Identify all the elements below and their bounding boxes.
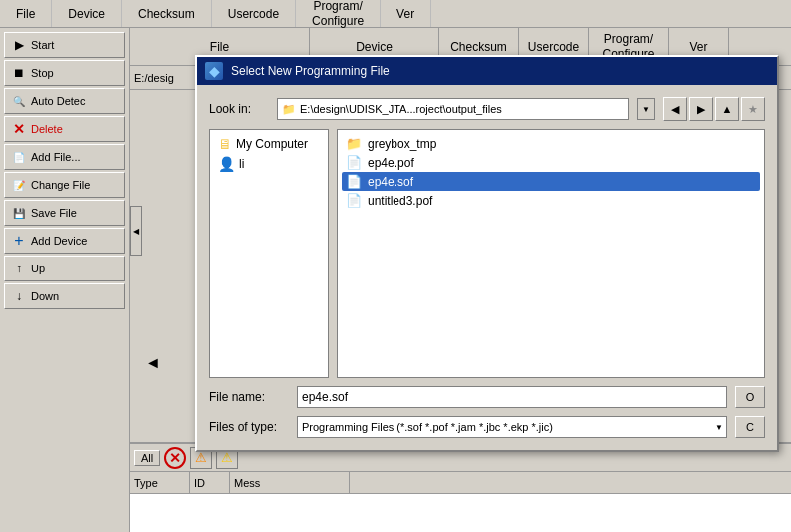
file-item-greybox[interactable]: 📁 greybox_tmp (342, 134, 760, 153)
file-ep4esof-icon: 📄 (346, 174, 362, 189)
computer-icon: 🖥 (218, 136, 232, 152)
select-file-dialog: ◆ Select New Programming File Look in: 📁… (195, 55, 779, 452)
nav-back-btn[interactable]: ◀ (663, 97, 687, 121)
tree-item-my-computer[interactable]: 🖥 My Computer (214, 134, 324, 154)
dialog-icon-glyph: ◆ (209, 63, 220, 79)
filename-input[interactable] (297, 386, 727, 408)
lookin-label: Look in: (209, 102, 269, 116)
lookin-path: E:\design\UDISK_JTA...roject\output_file… (300, 103, 624, 115)
cancel-button[interactable]: C (735, 416, 765, 438)
nav-buttons: ◀ ▶ ▲ ★ (663, 97, 765, 121)
tree-item-li-label: li (239, 157, 244, 171)
filename-label: File name: (209, 390, 289, 404)
filetype-row: Files of type: Programming Files (*.sof … (209, 416, 765, 438)
file-item-untitled3[interactable]: 📄 untitled3.pof (342, 191, 760, 210)
filetype-select-wrapper: Programming Files (*.sof *.pof *.jam *.j… (297, 416, 727, 438)
file-ep4epof-icon: 📄 (346, 155, 362, 170)
browser-area: 🖥 My Computer 👤 li 📁 greybox_tmp (209, 129, 765, 378)
filename-row: File name: O (209, 386, 765, 408)
dialog-titlebar: ◆ Select New Programming File (197, 57, 777, 85)
nav-forward-btn[interactable]: ▶ (689, 97, 713, 121)
file-list: 📁 greybox_tmp 📄 ep4e.pof 📄 ep4e.sof (337, 129, 765, 378)
file-item-ep4e-sof[interactable]: 📄 ep4e.sof (342, 172, 760, 191)
dialog-title: Select New Programming File (231, 64, 390, 78)
folder-icon: 📁 (282, 103, 296, 116)
tree-item-li[interactable]: 👤 li (214, 154, 324, 174)
dialog-body: Look in: 📁 E:\design\UDISK_JTA...roject\… (197, 85, 777, 450)
dialog-title-icon: ◆ (205, 62, 223, 80)
app-window: File Device Checksum Usercode Program/Co… (0, 0, 791, 532)
file-item-ep4e-pof[interactable]: 📄 ep4e.pof (342, 153, 760, 172)
nav-bookmark-btn[interactable]: ★ (741, 97, 765, 121)
lookin-row: Look in: 📁 E:\design\UDISK_JTA...roject\… (209, 97, 765, 121)
lookin-combo[interactable]: 📁 E:\design\UDISK_JTA...roject\output_fi… (277, 98, 629, 120)
tree-item-label: My Computer (236, 137, 308, 151)
folder-greybox-icon: 📁 (346, 136, 362, 151)
file-item-ep4esof-label: ep4e.sof (368, 175, 413, 189)
tree-panel: 🖥 My Computer 👤 li (209, 129, 329, 378)
nav-up-btn[interactable]: ▲ (715, 97, 739, 121)
user-icon: 👤 (218, 156, 235, 172)
filetype-select[interactable]: Programming Files (*.sof *.pof *.jam *.j… (297, 416, 727, 438)
lookin-dropdown-btn[interactable]: ▼ (637, 98, 655, 120)
open-button[interactable]: O (735, 386, 765, 408)
file-item-greybox-label: greybox_tmp (368, 137, 436, 151)
file-item-untitled3-label: untitled3.pof (368, 194, 432, 208)
filetype-label: Files of type: (209, 420, 289, 434)
dialog-overlay: ◆ Select New Programming File Look in: 📁… (0, 0, 791, 532)
file-untitled3-icon: 📄 (346, 193, 362, 208)
file-item-ep4epof-label: ep4e.pof (368, 156, 414, 170)
